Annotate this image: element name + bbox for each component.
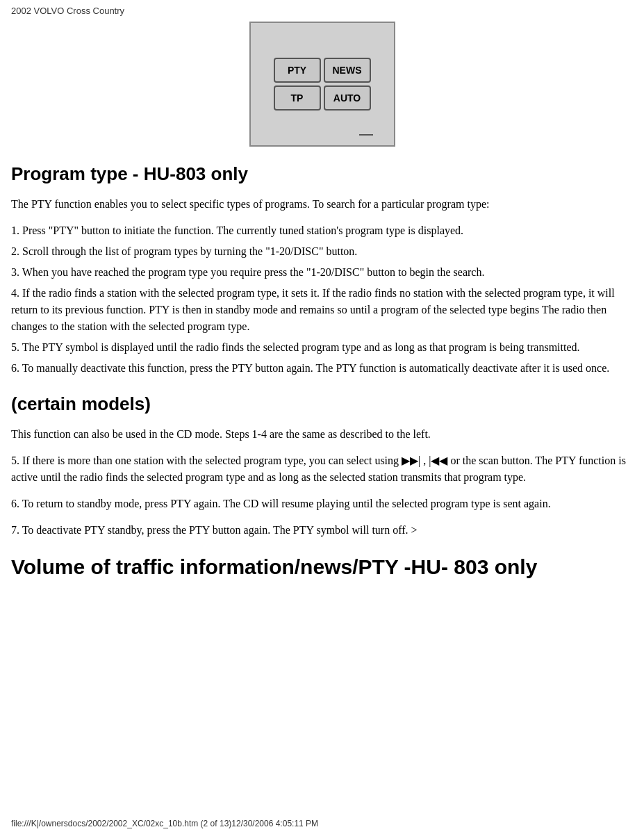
- auto-button: AUTO: [324, 85, 371, 111]
- radio-underline: [359, 134, 373, 136]
- step5: 5. The PTY symbol is displayed until the…: [11, 339, 633, 356]
- step4: 4. If the radio finds a station with the…: [11, 285, 633, 335]
- section3-heading: Volume of traffic information/news/PTY -…: [11, 555, 633, 579]
- footer-text: file:///K|/ownersdocs/2002/2002_XC/02xc_…: [11, 819, 318, 828]
- section2-step5: 5. If there is more than one station wit…: [11, 452, 633, 486]
- section2-heading: (certain models): [11, 393, 633, 415]
- pty-button: PTY: [274, 58, 321, 83]
- radio-buttons-grid: PTY NEWS TP AUTO: [274, 58, 371, 111]
- section3: Volume of traffic information/news/PTY -…: [11, 555, 633, 579]
- step6: 6. To manually deactivate this function,…: [11, 360, 633, 377]
- section2-step7: 7. To deactivate PTY standby, press the …: [11, 522, 633, 539]
- radio-image-container: PTY NEWS TP AUTO: [11, 22, 633, 147]
- section1: Program type - HU-803 only The PTY funct…: [11, 163, 633, 377]
- step1: 1. Press "PTY" button to initiate the fu…: [11, 222, 633, 239]
- news-button: NEWS: [324, 58, 371, 83]
- section2-intro: This function can also be used in the CD…: [11, 426, 633, 443]
- page-footer: file:///K|/ownersdocs/2002/2002_XC/02xc_…: [11, 819, 318, 828]
- step2: 2. Scroll through the list of program ty…: [11, 243, 633, 260]
- section1-steps: 1. Press "PTY" button to initiate the fu…: [11, 222, 633, 377]
- main-content: PTY NEWS TP AUTO Program type - HU-803 o…: [0, 22, 644, 635]
- page-header: 2002 VOLVO Cross Country: [0, 0, 644, 22]
- page-title: 2002 VOLVO Cross Country: [11, 6, 124, 16]
- step3: 3. When you have reached the program typ…: [11, 264, 633, 281]
- radio-image: PTY NEWS TP AUTO: [249, 22, 395, 147]
- section2: (certain models) This function can also …: [11, 393, 633, 539]
- section1-heading: Program type - HU-803 only: [11, 163, 633, 185]
- tp-button: TP: [274, 85, 321, 111]
- section2-step6: 6. To return to standby mode, press PTY …: [11, 496, 633, 512]
- section1-intro: The PTY function enables you to select s…: [11, 196, 633, 213]
